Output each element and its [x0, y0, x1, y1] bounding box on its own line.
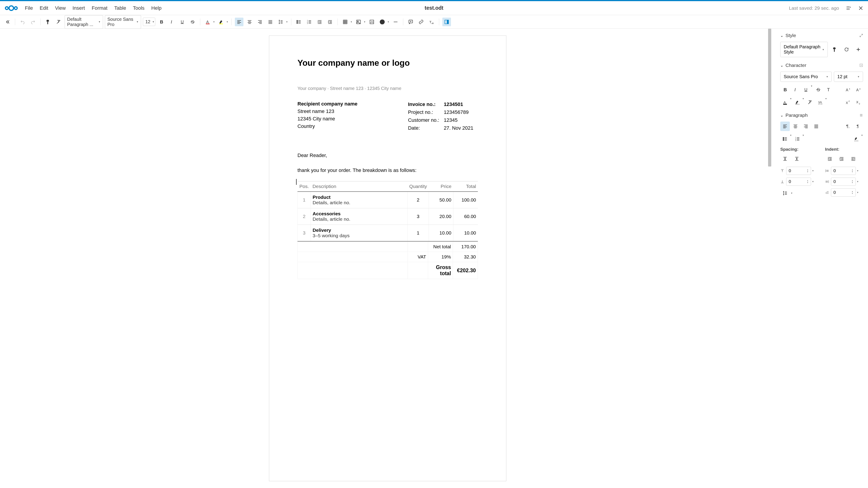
scrollbar-thumb[interactable] — [768, 29, 771, 166]
highlight-color-button[interactable] — [793, 98, 802, 107]
insert-hyperlink-button[interactable] — [417, 18, 426, 26]
align-right-button[interactable] — [801, 122, 811, 131]
spinner-controls[interactable]: ▲▼ — [807, 169, 809, 173]
hanging-indent-button[interactable] — [848, 154, 858, 164]
decrease-indent-button[interactable] — [837, 154, 846, 164]
indent-first-input[interactable]: 0 ▲▼ — [831, 188, 856, 197]
paragraph-section-header[interactable]: ⌄ Paragraph — [780, 112, 863, 118]
bold-button[interactable]: B — [780, 85, 790, 94]
chevron-down-icon[interactable]: ▼ — [790, 134, 792, 144]
undo-button[interactable] — [18, 18, 27, 26]
align-left-button[interactable] — [780, 122, 790, 131]
paragraph-style-dropdown[interactable]: Default Paragraph ... ▼ — [65, 15, 103, 29]
chevron-down-icon[interactable]: ▼ — [812, 181, 814, 183]
menu-file[interactable]: File — [25, 5, 33, 11]
scrollbar-track[interactable] — [768, 29, 771, 488]
font-color-button[interactable]: A — [204, 18, 212, 26]
bullet-list-button[interactable] — [294, 18, 303, 26]
align-center-button[interactable] — [791, 122, 800, 131]
font-size-dropdown[interactable]: 12 ▼ — [143, 18, 155, 26]
chevron-down-icon[interactable]: ▼ — [791, 192, 793, 194]
new-style-button[interactable] — [854, 45, 863, 54]
spacing-above-input[interactable]: 0 ▲▼ — [786, 167, 811, 175]
subscript-button[interactable]: X2 — [854, 98, 863, 107]
insert-line-button[interactable] — [391, 18, 400, 26]
align-justify-button[interactable] — [811, 122, 821, 131]
spinner-controls[interactable]: ▲▼ — [851, 180, 853, 184]
bullet-list-button[interactable] — [780, 134, 790, 144]
spinner-controls[interactable]: ▲▼ — [851, 191, 853, 195]
clear-formatting-button[interactable]: T — [824, 85, 833, 94]
clear-formatting-button[interactable] — [54, 18, 63, 26]
character-spacing-button[interactable]: VA — [815, 98, 825, 107]
font-name-dropdown[interactable]: Source Sans Pro ▼ — [105, 15, 141, 29]
insert-image-button[interactable] — [354, 18, 363, 26]
decrease-indent-button[interactable] — [326, 18, 334, 26]
chevron-down-icon[interactable]: ▼ — [790, 98, 792, 107]
line-spacing-button[interactable] — [276, 18, 285, 26]
menu-edit[interactable]: Edit — [39, 5, 48, 11]
underline-button[interactable]: U — [178, 18, 186, 26]
bold-button[interactable]: B — [157, 18, 166, 26]
italic-button[interactable]: I — [167, 18, 176, 26]
collapse-left-icon[interactable] — [3, 18, 12, 26]
list-icon[interactable] — [846, 5, 851, 11]
spacing-below-input[interactable]: 0 ▲▼ — [786, 177, 811, 186]
superscript-button[interactable]: X2 — [843, 98, 852, 107]
chevron-down-icon[interactable]: ▼ — [811, 85, 813, 94]
numbered-list-button[interactable]: 123 — [793, 134, 802, 144]
expand-icon[interactable] — [860, 34, 863, 37]
font-name-dropdown[interactable]: Source Sans Pro ▼ — [780, 72, 832, 82]
insert-chart-button[interactable] — [368, 18, 376, 26]
close-icon[interactable] — [858, 5, 864, 11]
indent-before-input[interactable]: 0 ▲▼ — [831, 167, 856, 175]
style-section-header[interactable]: ⌄ Style — [780, 33, 863, 38]
chevron-down-icon[interactable]: ▼ — [802, 98, 804, 107]
character-dialog-icon[interactable]: A — [860, 64, 863, 67]
increase-indent-button[interactable] — [315, 18, 324, 26]
chevron-down-icon[interactable]: ▼ — [825, 98, 827, 107]
increase-indent-button[interactable] — [825, 154, 835, 164]
background-color-button[interactable] — [851, 134, 861, 144]
indent-after-input[interactable]: 0 ▲▼ — [831, 177, 856, 186]
align-center-button[interactable] — [245, 18, 254, 26]
chevron-down-icon[interactable]: ▼ — [812, 170, 814, 172]
decrease-spacing-button[interactable] — [792, 154, 802, 164]
menu-view[interactable]: View — [55, 5, 66, 11]
menu-table[interactable]: Table — [114, 5, 126, 11]
underline-button[interactable]: U — [801, 85, 811, 94]
chevron-down-icon[interactable]: ▼ — [213, 21, 215, 23]
increase-spacing-button[interactable] — [780, 154, 790, 164]
font-size-dropdown[interactable]: 12 pt ▼ — [834, 72, 863, 82]
insert-comment-button[interactable] — [406, 18, 415, 26]
strikethrough-button[interactable]: S — [813, 85, 823, 94]
chevron-down-icon[interactable]: ▼ — [350, 21, 352, 23]
clone-formatting-button[interactable] — [830, 45, 839, 54]
menu-tools[interactable]: Tools — [133, 5, 145, 11]
spinner-controls[interactable]: ▲▼ — [851, 169, 853, 173]
chevron-down-icon[interactable]: ▼ — [364, 21, 366, 23]
chevron-down-icon[interactable]: ▼ — [802, 134, 804, 144]
chevron-down-icon[interactable]: ▼ — [286, 21, 288, 23]
clone-formatting-button[interactable] — [44, 18, 53, 26]
character-section-header[interactable]: ⌄ Character A — [780, 63, 863, 68]
insert-table-button[interactable] — [341, 18, 349, 26]
redo-button[interactable] — [29, 18, 37, 26]
line-spacing-button[interactable] — [780, 188, 790, 198]
chevron-down-icon[interactable]: ▼ — [861, 134, 863, 144]
rtl-button[interactable]: ¶ — [854, 122, 863, 131]
chevron-down-icon[interactable]: ▼ — [857, 170, 859, 172]
strikethrough-button[interactable]: S — [188, 18, 197, 26]
chevron-down-icon[interactable]: ▼ — [226, 21, 228, 23]
paragraph-style-dropdown[interactable]: Default Paragraph Style ▼ — [780, 42, 828, 57]
chevron-down-icon[interactable]: ▼ — [857, 191, 859, 194]
insert-shape-button[interactable] — [378, 18, 386, 26]
clear-formatting-button[interactable] — [805, 98, 815, 107]
nextcloud-logo[interactable] — [4, 5, 18, 11]
shrink-font-button[interactable]: A — [854, 85, 863, 94]
ltr-button[interactable]: ¶ — [843, 122, 852, 131]
numbered-list-button[interactable]: 123 — [305, 18, 313, 26]
sidebar-toggle-button[interactable] — [442, 18, 451, 26]
font-color-button[interactable]: A — [780, 98, 790, 107]
grow-font-button[interactable]: A — [843, 85, 852, 94]
